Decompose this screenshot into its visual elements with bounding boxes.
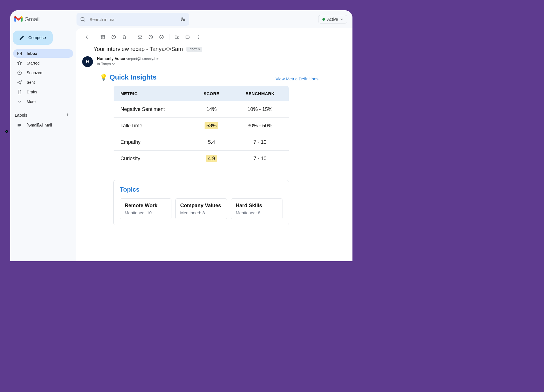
status-dot-icon [322, 18, 325, 21]
topics-section: Topics Remote WorkMentioned: 10Company V… [113, 180, 289, 225]
svg-point-6 [184, 19, 184, 20]
svg-point-5 [182, 18, 182, 18]
svg-point-18 [198, 38, 199, 38]
metric-score: 5.4 [192, 134, 231, 151]
sender-avatar [82, 56, 93, 67]
topic-count: Mentioned: 8 [180, 210, 222, 215]
sidebar-item-more[interactable]: More [13, 97, 73, 106]
more-actions-button[interactable] [194, 32, 203, 42]
search-icon [80, 16, 86, 22]
chevron-down-icon [17, 99, 22, 104]
clock-icon [17, 70, 22, 75]
table-row: Talk-Time58%30% - 50% [114, 118, 289, 134]
status-label: Active [327, 17, 338, 22]
report-spam-button[interactable] [109, 32, 118, 42]
sidebar-item-snoozed[interactable]: Snoozed [13, 68, 73, 77]
sidebar-item-label: Drafts [27, 90, 37, 94]
status-pill[interactable]: Active [318, 15, 347, 23]
metric-name: Talk-Time [114, 118, 192, 134]
inbox-icon [17, 51, 22, 56]
topic-count: Mentioned: 8 [236, 210, 278, 215]
chip-label: Inbox [189, 47, 197, 51]
gmail-logo-icon [14, 16, 23, 22]
topic-card: Remote WorkMentioned: 10 [120, 198, 171, 219]
compose-button[interactable]: Compose [13, 31, 53, 45]
search-input[interactable] [90, 17, 176, 22]
topics-heading: Topics [120, 186, 282, 193]
mark-unread-button[interactable] [135, 32, 145, 42]
recipient-dropdown[interactable]: to Tanya [97, 62, 159, 66]
svg-rect-13 [138, 36, 142, 38]
gmail-window: Gmail Active [10, 10, 352, 261]
add-label-button[interactable]: + [66, 112, 69, 118]
gmail-logo[interactable]: Gmail [14, 16, 65, 23]
sidebar-item-label: Sent [27, 80, 35, 85]
sidebar-item-drafts[interactable]: Drafts [13, 88, 73, 96]
snooze-button[interactable] [146, 32, 156, 42]
send-icon [17, 80, 22, 85]
inbox-chip[interactable]: Inbox [186, 47, 202, 52]
sidebar-item-label: Inbox [27, 51, 37, 56]
table-header-row: METRIC SCORE BENCHMARK [114, 86, 289, 101]
search-options-icon[interactable] [180, 16, 186, 22]
chevron-down-icon [112, 63, 115, 65]
metric-benchmark: 30% - 50% [231, 118, 289, 134]
sidebar-item-label: [Gmail]All Mail [27, 123, 52, 127]
svg-point-12 [114, 38, 114, 38]
svg-point-7 [182, 20, 183, 21]
back-button[interactable] [82, 32, 92, 42]
email-subject: Your interview recap - Tanya<>Sam [94, 46, 183, 52]
add-task-button[interactable] [157, 32, 166, 42]
move-to-button[interactable] [172, 32, 182, 42]
sidebar-item-starred[interactable]: Starred [13, 59, 73, 67]
metric-score: 14% [192, 101, 231, 118]
topic-count: Mentioned: 10 [125, 210, 167, 215]
metric-score: 58% [192, 118, 231, 134]
metrics-table: METRIC SCORE BENCHMARK Negative Sentimen… [113, 86, 289, 167]
search-bar[interactable] [76, 13, 189, 26]
labels-header: Labels + [13, 107, 73, 120]
metric-benchmark: 10% - 15% [231, 101, 289, 118]
sidebar-item-label: More [27, 99, 36, 104]
topic-card: Hard SkillsMentioned: 8 [231, 198, 282, 219]
sender-row: Humanly Voice <report@humanly.io> to Tan… [76, 56, 352, 70]
gmail-logo-text: Gmail [24, 16, 40, 23]
col-score: SCORE [192, 86, 231, 101]
star-icon [17, 61, 22, 66]
delete-button[interactable] [120, 32, 129, 42]
toolbar-separator [132, 34, 132, 40]
sender-email: <report@humanly.io> [126, 57, 159, 61]
metric-name: Curiosity [114, 151, 192, 167]
subject-row: Your interview recap - Tanya<>Sam Inbox [76, 45, 352, 56]
header-bar: Gmail Active [10, 10, 352, 28]
close-icon[interactable] [198, 48, 201, 50]
topic-name: Company Values [180, 203, 222, 209]
sidebar-item-label: Starred [27, 61, 40, 65]
insights-title-text: Quick Insights [110, 73, 156, 81]
topic-name: Remote Work [125, 203, 167, 209]
message-toolbar [76, 28, 352, 45]
to-prefix: to [97, 62, 100, 66]
metric-name: Negative Sentiment [114, 101, 192, 118]
sidebar-item-sent[interactable]: Sent [13, 78, 73, 87]
message-pane: Your interview recap - Tanya<>Sam Inbox … [76, 28, 352, 261]
chevron-down-icon [340, 18, 343, 21]
compose-label: Compose [28, 35, 46, 40]
table-row: Empathy5.47 - 10 [114, 134, 289, 151]
svg-line-1 [84, 20, 85, 22]
labels-button[interactable] [183, 32, 193, 42]
sidebar: Compose Inbox Starred Snoozed Sent [10, 28, 76, 261]
svg-rect-9 [101, 35, 105, 36]
pencil-icon [19, 35, 24, 40]
file-icon [17, 89, 22, 95]
highlighted-score: 4.9 [206, 155, 217, 162]
topic-card: Company ValuesMentioned: 8 [175, 198, 227, 219]
col-benchmark: BENCHMARK [231, 86, 289, 101]
archive-button[interactable] [98, 32, 108, 42]
sidebar-item-inbox[interactable]: Inbox [13, 49, 73, 58]
sidebar-label-item[interactable]: [Gmail]All Mail [13, 121, 73, 129]
labels-title: Labels [15, 113, 27, 117]
topic-name: Hard Skills [236, 203, 278, 209]
svg-point-0 [81, 17, 84, 21]
metric-definitions-link[interactable]: View Metric Definitions [276, 76, 318, 81]
